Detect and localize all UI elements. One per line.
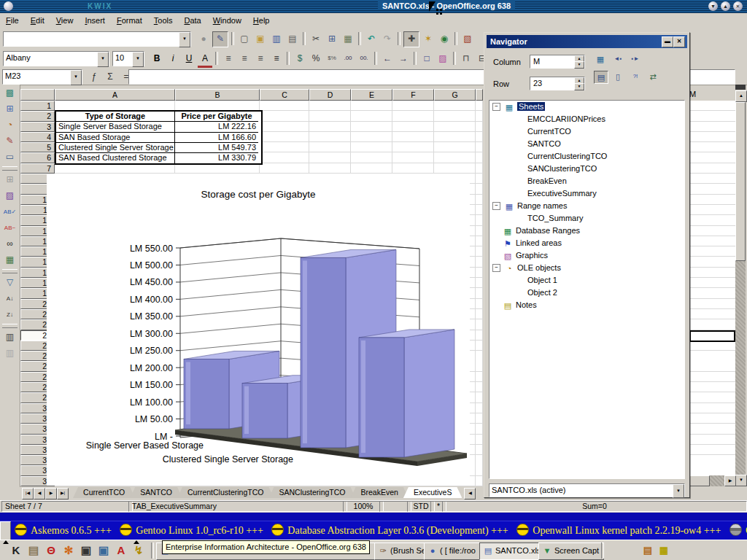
autofilter-icon[interactable]: ▽ (1, 275, 19, 290)
column-header[interactable] (476, 89, 483, 101)
column-header-m[interactable]: M (689, 89, 735, 101)
cell-cursor[interactable] (689, 330, 735, 342)
align-justify-icon[interactable]: ≡ (269, 51, 284, 66)
table-cell[interactable]: LM 330.79 (175, 153, 258, 163)
font-name-dropdown-icon[interactable]: ▼ (97, 52, 109, 67)
spreadsheet-grid-m[interactable] (689, 101, 735, 486)
navigator-rollup-icon[interactable]: ▬ (662, 36, 673, 47)
navigator-window[interactable]: Navigator ▬ ✕ Column M ▲ ▼ Row 23 ▲ ▼ ▦◄… (484, 32, 690, 498)
tab-scroll-left-icon[interactable]: ◀ (464, 488, 476, 499)
menu-window[interactable]: Window (207, 13, 247, 29)
tree-item-sheets[interactable]: −▦Sheets (489, 101, 684, 113)
sheet-tab-santco[interactable]: SANTCO (130, 487, 182, 498)
sheet-tab-sanclusteringtco[interactable]: SANClusteringTCO (268, 487, 355, 498)
gallery-icon[interactable]: ▧ (460, 31, 475, 46)
tree-item-executivesummary[interactable]: ExecutiveSummary (489, 187, 684, 200)
tree-item-linked-areas[interactable]: ⚑Linked areas (489, 237, 684, 249)
scroll-right-icon[interactable]: ▶ (724, 475, 736, 486)
edit-file-icon[interactable]: ✎ (212, 31, 228, 47)
percent-icon[interactable]: % (309, 51, 323, 66)
new-document-icon[interactable]: ▢ (237, 31, 252, 46)
document-selector[interactable]: SANTCO.xls (active) ▼ (489, 483, 685, 497)
tree-item-breakeven[interactable]: BreakEven (489, 175, 684, 187)
column-header-b[interactable]: B (175, 89, 260, 101)
news-ticker[interactable]: Askemos 0.6.5 +++ Gentoo Linux 1.0_rc6-r… (0, 521, 747, 540)
cut-icon[interactable]: ✂ (309, 31, 323, 46)
autopilot-icon[interactable]: ✶ (421, 31, 436, 46)
row-header-5[interactable]: 5 (20, 142, 55, 152)
url-dropdown-icon[interactable]: ▼ (179, 32, 190, 47)
column-header-d[interactable]: D (309, 89, 351, 101)
ticker-handle[interactable] (0, 521, 11, 540)
align-right-icon[interactable]: ≡ (253, 51, 268, 66)
row-header-7[interactable]: 7 (20, 163, 55, 174)
draw-functions-icon[interactable]: ✎ (1, 133, 19, 149)
menu-insert[interactable]: Insert (79, 13, 111, 29)
underline-icon[interactable]: U (182, 51, 196, 66)
tree-item-currentclusteringtco[interactable]: CurrentClusteringTCO (489, 150, 684, 163)
redo-icon[interactable]: ↷ (380, 31, 395, 46)
tree-item-notes[interactable]: ▤Notes (489, 299, 684, 311)
group-icon[interactable]: ▥ (1, 330, 19, 345)
tree-item-tco-summary[interactable]: TCO_Summary (489, 212, 684, 225)
vertical-scroll-thumb[interactable] (735, 102, 746, 261)
ticker-headline[interactable]: Gentoo Linux 1.0_rc6-r10 +++ (136, 525, 266, 536)
stop-icon[interactable]: ● (196, 31, 211, 46)
collapse-icon[interactable]: − (492, 202, 500, 210)
menu-file[interactable]: File (0, 13, 25, 29)
font-name-combo[interactable]: Albany ▼ (3, 51, 109, 66)
ticker-headline[interactable]: Askemos 0.6.5 +++ (31, 525, 114, 536)
sort-ascending-icon[interactable]: A↓ (1, 291, 19, 306)
konsole-icon[interactable]: ▣ (77, 542, 95, 559)
insert-cells-icon[interactable]: ⊞ (1, 101, 19, 117)
sort-descending-icon[interactable]: Z↓ (1, 307, 19, 322)
tree-item-object-2[interactable]: Object 2 (489, 287, 684, 299)
task-button--brush-sele[interactable]: ✑(Brush Sele (374, 542, 429, 560)
print-icon[interactable]: ▤ (285, 31, 300, 46)
klipper-icon[interactable]: ▤ (639, 542, 657, 559)
contents-icon[interactable]: ▤ (594, 71, 608, 84)
prev-sheet-icon[interactable]: ◀ (34, 488, 45, 499)
datasources-icon[interactable]: ▦ (1, 252, 19, 268)
window-menu-icon[interactable] (4, 1, 13, 11)
ticker-headline[interactable]: Database Abstraction Layer 0.3.6 (Develo… (287, 525, 511, 536)
table-header-cell[interactable]: Type of Storage (56, 112, 175, 122)
copy-icon[interactable]: ⊞ (325, 31, 339, 46)
menu-tools[interactable]: Tools (148, 13, 179, 29)
find-icon[interactable]: ∞ (1, 236, 19, 252)
data-table[interactable]: Type of StoragePrice per GigabyteSingle … (55, 110, 263, 165)
borders-icon[interactable]: □ (419, 51, 434, 66)
insert-cells-down-icon[interactable]: ⊞ (1, 172, 19, 187)
column-header-a[interactable]: A (55, 89, 175, 101)
start-icon[interactable]: ◄▪ (611, 53, 624, 65)
butterfly-icon[interactable]: ✻ (60, 542, 77, 559)
font-size-dropdown-icon[interactable]: ▼ (132, 52, 144, 67)
status-sum[interactable]: Sum=0 (442, 501, 747, 512)
menu-edit[interactable]: Edit (25, 13, 50, 29)
ticker-headline[interactable]: Openwall Linux kernel patch 2.2.19-ow4 +… (533, 525, 724, 536)
table-cell[interactable]: Clustered Single Server Storage (56, 143, 175, 153)
spellcheck-icon[interactable]: AB✓ (1, 204, 19, 219)
next-sheet-icon[interactable]: ▶ (45, 488, 57, 499)
collapse-icon[interactable]: − (492, 264, 500, 272)
navigator-tree[interactable]: −▦SheetsEMCCLARIIONPricesCurrentTCOSANTC… (489, 100, 685, 479)
menu-format[interactable]: Format (111, 13, 148, 29)
table-cell[interactable]: LM 166.60 (175, 133, 258, 143)
column-header-c[interactable]: C (260, 89, 309, 101)
chart-object[interactable]: Storage cost per GigabyteLM 550.00LM 500… (47, 174, 470, 486)
horizontal-scrollbar-right[interactable]: ▶ (689, 475, 735, 486)
acrobat-icon[interactable]: A (112, 542, 130, 559)
row-header-2[interactable]: 2 (20, 111, 55, 121)
ksnapshot-icon[interactable]: ↯ (130, 542, 147, 559)
row-header-3[interactable]: 3 (20, 122, 55, 132)
table-cell[interactable]: LM 222.16 (175, 122, 258, 132)
increase-indent-icon[interactable]: → (396, 51, 411, 66)
sheet-tab-executives[interactable]: ExecutiveS (403, 487, 462, 498)
table-cell[interactable]: SAN Based Storage (56, 133, 175, 143)
column-header-g[interactable]: G (434, 89, 476, 101)
standard-format-icon[interactable]: $% (325, 51, 339, 66)
display-icon[interactable]: ▣ (95, 542, 112, 559)
menu-help[interactable]: Help (247, 13, 276, 29)
column-header-f[interactable]: F (392, 89, 434, 101)
align-center-icon[interactable]: ≡ (237, 51, 252, 66)
